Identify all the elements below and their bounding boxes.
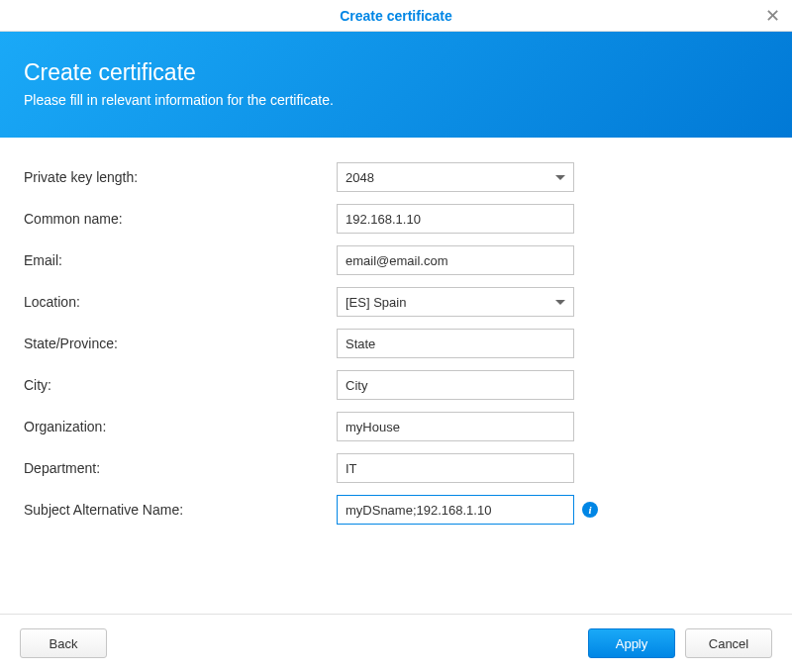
input-subject-alt-name[interactable] [337,495,574,525]
label-email: Email: [24,252,337,268]
info-icon-wrap: i [582,502,598,518]
label-private-key-length: Private key length: [24,169,337,185]
row-common-name: Common name: [24,203,768,235]
cancel-button[interactable]: Cancel [685,628,772,658]
label-department: Department: [24,460,337,476]
titlebar: Create certificate ✕ [0,0,792,32]
label-subject-alt-name: Subject Alternative Name: [24,502,337,518]
input-email[interactable] [337,245,574,275]
info-icon[interactable]: i [582,502,598,518]
row-email: Email: [24,244,768,276]
close-button[interactable]: ✕ [762,6,782,26]
input-organization[interactable] [337,412,574,441]
chevron-down-icon [555,300,565,305]
create-certificate-dialog: Create certificate ✕ Create certificate … [0,0,792,672]
input-department[interactable] [337,453,574,483]
dialog-title: Create certificate [340,8,452,24]
label-city: City: [24,377,337,393]
form-area: Private key length: 2048 Common name: Em… [0,138,792,614]
apply-button[interactable]: Apply [588,628,675,658]
back-button[interactable]: Back [20,628,107,658]
banner-subtitle: Please fill in relevant information for … [24,92,768,108]
select-location[interactable]: [ES] Spain [337,287,574,317]
label-state-province: State/Province: [24,336,337,351]
dialog-footer: Back Apply Cancel [0,614,792,672]
row-private-key-length: Private key length: 2048 [24,161,768,193]
row-department: Department: [24,452,768,484]
row-organization: Organization: [24,411,768,442]
select-value: [ES] Spain [346,295,406,310]
row-state-province: State/Province: [24,328,768,359]
banner: Create certificate Please fill in releva… [0,32,792,138]
row-subject-alt-name: Subject Alternative Name: i [24,494,768,526]
select-private-key-length[interactable]: 2048 [337,162,574,192]
chevron-down-icon [555,175,565,180]
label-common-name: Common name: [24,211,337,227]
input-city[interactable] [337,370,574,400]
row-city: City: [24,369,768,401]
label-location: Location: [24,294,337,310]
row-location: Location: [ES] Spain [24,286,768,318]
input-common-name[interactable] [337,204,574,234]
banner-title: Create certificate [24,59,768,86]
label-organization: Organization: [24,419,337,434]
select-value: 2048 [346,170,374,185]
input-state-province[interactable] [337,329,574,358]
